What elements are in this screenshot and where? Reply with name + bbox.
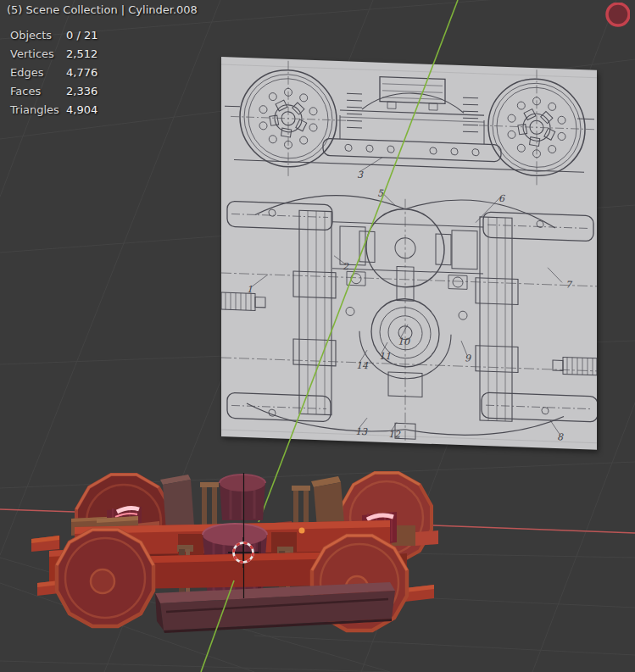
stat-label: Objects (10, 26, 66, 45)
stat-label: Vertices (10, 45, 66, 64)
stat-value: 0 / 21 (66, 26, 97, 45)
svg-text:3: 3 (357, 169, 364, 180)
x-axis-line (0, 509, 635, 533)
stat-value: 4,776 (66, 64, 97, 82)
stat-edges: Edges 4,776 (10, 64, 97, 82)
stat-label: Faces (10, 82, 66, 101)
svg-text:5: 5 (377, 188, 384, 199)
stat-label: Edges (10, 64, 66, 82)
stat-triangles: Triangles 4,904 (10, 101, 97, 119)
x-axis-gizmo-ball (607, 3, 629, 25)
stat-label: Triangles (10, 101, 66, 119)
bogie-technical-drawing: 3 5 6 1 2 7 10 11 14 9 13 12 8 (221, 57, 597, 450)
statistics-overlay: Objects 0 / 21 Vertices 2,512 Edges 4,77… (10, 26, 97, 119)
svg-text:6: 6 (499, 193, 505, 204)
svg-text:13: 13 (355, 426, 368, 438)
svg-text:11: 11 (379, 351, 391, 362)
blender-3d-viewport[interactable]: 3 5 6 1 2 7 10 11 14 9 13 12 8 (0, 0, 635, 672)
svg-text:7: 7 (565, 280, 573, 291)
navigation-gizmo-x-axis[interactable] (596, 3, 630, 36)
stat-value: 2,336 (66, 82, 97, 101)
side-elevation-view (225, 58, 594, 187)
svg-text:14: 14 (356, 360, 369, 372)
stat-faces: Faces 2,336 (10, 82, 97, 101)
svg-text:2: 2 (343, 261, 349, 272)
svg-text:1: 1 (247, 284, 253, 295)
svg-text:10: 10 (398, 336, 410, 347)
breadcrumb: (5) Scene Collection | Cylinder.008 (7, 3, 198, 16)
stat-objects: Objects 0 / 21 (10, 26, 97, 45)
svg-text:12: 12 (388, 429, 401, 441)
plan-view (221, 152, 597, 448)
svg-text:9: 9 (465, 353, 471, 364)
svg-text:8: 8 (557, 431, 564, 442)
stat-vertices: Vertices 2,512 (10, 45, 97, 64)
stat-value: 4,904 (66, 101, 97, 119)
reference-blueprint-plane[interactable]: 3 5 6 1 2 7 10 11 14 9 13 12 8 (221, 57, 597, 450)
stat-value: 2,512 (66, 45, 97, 64)
